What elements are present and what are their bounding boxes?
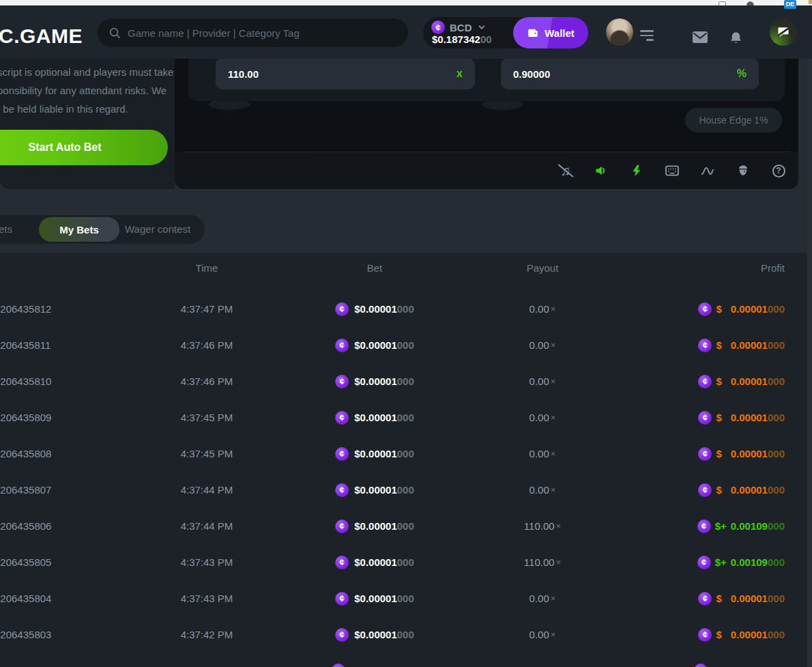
bet-profit: ¢ $0.00001000 (698, 580, 785, 616)
bet-amount: ¢ $0.00001000 (335, 436, 414, 472)
payout-input-group: x (216, 58, 475, 89)
bet-amount: ¢ $0.00001000 (335, 580, 414, 616)
my-bets-table: Time Bet Payout Profit 8206435812 4:37:4… (0, 253, 812, 667)
bcd-coin-icon: ¢ (335, 556, 349, 569)
site-logo[interactable]: C.GAME (0, 25, 83, 48)
table-row[interactable]: 8206435809 4:37:45 PM ¢ $0.00001000 0.00… (0, 399, 812, 436)
bet-amount: ¢ $0.00001000 (335, 544, 414, 580)
bcd-coin-icon: ¢ (698, 375, 712, 388)
bet-time: 4:37:44 PM (181, 508, 233, 544)
search-bar[interactable]: Game name | Provider | Category Tag (98, 18, 408, 47)
mail-icon[interactable] (692, 31, 708, 44)
bet-profit: ¢ $0.00001000 (698, 327, 785, 363)
hotkeys-icon[interactable] (665, 164, 679, 178)
music-off-icon[interactable]: ♫ (559, 164, 572, 178)
house-edge-badge: House Edge 1% (685, 108, 782, 132)
browser-profile-icon[interactable] (746, 1, 754, 5)
disclaimer-text: script is optional and players must take… (0, 63, 169, 118)
bet-id: 8206435811 (0, 327, 50, 363)
bcd-coin-icon: ¢ (698, 628, 712, 642)
bet-id: 8206435805 (0, 544, 51, 580)
scrollbar-track[interactable] (807, 38, 812, 667)
currency-selector[interactable]: ¢ BCD (431, 20, 487, 34)
bet-id: 8206435809 (0, 399, 51, 436)
col-time: Time (196, 262, 218, 274)
table-row[interactable]: 8206435803 4:37:42 PM ¢ $0.00001000 0.00… (0, 616, 812, 653)
col-bet: Bet (367, 262, 383, 274)
table-row[interactable]: 8206435806 4:37:44 PM ¢ $0.00001000 110.… (0, 508, 812, 544)
bet-id: 8206435806 (0, 508, 51, 544)
trends-icon[interactable] (701, 164, 714, 178)
tab-my-bets[interactable]: My Bets (39, 217, 119, 242)
bet-payout: 0.00× (530, 436, 556, 472)
bcd-coin-icon: ¢ (335, 447, 349, 461)
table-row[interactable]: 8206435808 4:37:45 PM ¢ $0.00001000 0.00… (0, 436, 812, 472)
table-row[interactable]: 8206435810 4:37:46 PM ¢ $0.00001000 0.00… (0, 363, 812, 399)
multiplier-suffix: x (456, 68, 463, 80)
turbo-icon[interactable] (630, 164, 643, 178)
bet-id: 8206435810 (0, 363, 51, 399)
wallet-button[interactable]: Wallet (513, 17, 588, 48)
bet-time: 4:37:46 PM (181, 363, 233, 399)
bet-amount: ¢ $0.00001000 (335, 616, 414, 653)
table-row[interactable]: 8206435811 4:37:46 PM ¢ $0.00001000 0.00… (0, 327, 812, 363)
chat-muted-icon (777, 25, 790, 39)
bcd-coin-icon: ¢ (335, 628, 349, 642)
bet-time: 4:37:44 PM (181, 472, 233, 508)
browser-decoration (809, 0, 812, 4)
start-auto-bet-button[interactable]: Start Auto Bet (0, 130, 168, 165)
bcd-coin-icon: ¢ (698, 483, 712, 497)
bet-amount: ¢ $0.00001000 (335, 472, 414, 508)
bcd-coin-icon: ¢ (332, 664, 345, 667)
bet-time: 4:37:43 PM (181, 580, 233, 616)
bet-payout: 0.00× (530, 399, 556, 436)
bcd-coin-icon: ¢ (335, 339, 349, 352)
game-panel: x % House Edge 1% ♫ ? (175, 41, 798, 189)
bet-id: 8206435807 (0, 472, 51, 508)
support-chat-button[interactable] (770, 18, 797, 46)
bcd-coin-icon: ¢ (698, 592, 712, 606)
browser-extension-icon[interactable] (719, 1, 726, 5)
bet-id: 8206435804 (0, 580, 51, 616)
currency-code: BCD (450, 22, 472, 33)
bcd-coin-icon: ¢ (694, 664, 708, 667)
bets-table-body: 8206435812 4:37:47 PM ¢ $0.00001000 0.00… (0, 291, 812, 653)
tab-all-bets[interactable]: Bets (0, 215, 12, 244)
bet-time: 4:37:43 PM (181, 544, 233, 580)
sound-on-icon[interactable] (594, 164, 608, 178)
bet-amount: ¢ $0.00001000 (335, 291, 414, 327)
bet-id: 8206435808 (0, 436, 51, 472)
bets-tabs: Bets My Bets Wager contest (0, 215, 205, 244)
avatar[interactable] (606, 18, 633, 46)
bet-payout: 0.00× (530, 472, 556, 508)
seeds-icon[interactable] (736, 164, 750, 178)
payout-input[interactable] (228, 68, 456, 80)
bcd-coin-icon: ¢ (335, 302, 349, 316)
bet-profit: ¢ $+0.00109000 (697, 544, 785, 580)
search-placeholder: Game name | Provider | Category Tag (128, 27, 300, 39)
table-row[interactable]: 8206435804 4:37:43 PM ¢ $0.00001000 0.00… (0, 580, 812, 616)
bcd-coin-icon: ¢ (335, 411, 349, 425)
bet-time: 4:37:42 PM (181, 616, 233, 653)
bcd-coin-icon: ¢ (335, 483, 349, 497)
table-row[interactable]: 8206435807 4:37:44 PM ¢ $0.00001000 0.00… (0, 472, 812, 508)
table-row[interactable]: 8206435812 4:37:47 PM ¢ $0.00001000 0.00… (0, 291, 812, 327)
table-header-row: Time Bet Payout Profit (0, 262, 812, 283)
win-chance-input[interactable] (513, 68, 737, 80)
help-icon[interactable]: ? (772, 164, 785, 178)
bet-profit: ¢ $0.00001000 (698, 436, 785, 472)
menu-icon[interactable] (640, 30, 654, 41)
tab-wager-contest[interactable]: Wager contest (125, 215, 190, 244)
bet-amount: ¢ $0.00001000 (335, 363, 414, 399)
bet-payout: 0.00× (530, 363, 556, 399)
language-badge[interactable]: DE (784, 0, 796, 9)
bet-amount: ¢ $0.00001000 (335, 399, 414, 436)
bcd-coin-icon: ¢ (431, 20, 445, 34)
bell-icon[interactable] (729, 31, 743, 46)
bet-time: 4:37:46 PM (181, 327, 233, 363)
table-row[interactable]: 8206435805 4:37:43 PM ¢ $0.00001000 110.… (0, 544, 812, 580)
wallet-label: Wallet (545, 27, 575, 39)
col-payout: Payout (527, 262, 559, 274)
bcd-coin-icon: ¢ (335, 520, 349, 533)
bcd-coin-icon: ¢ (335, 375, 349, 388)
